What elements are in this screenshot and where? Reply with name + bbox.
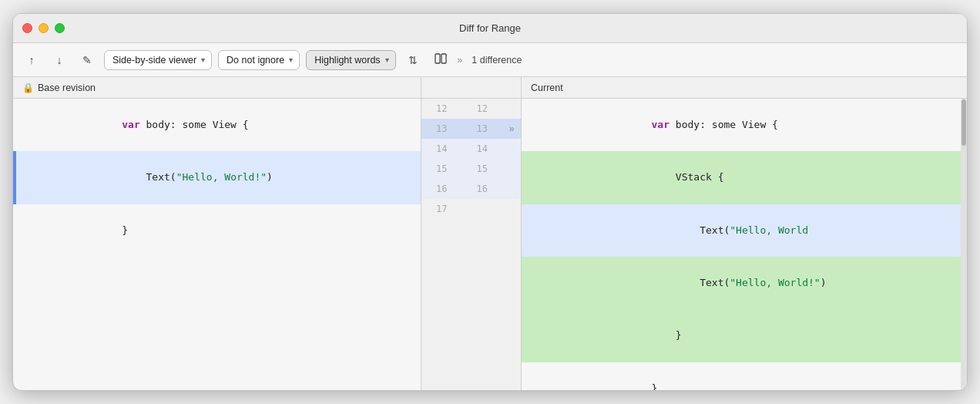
right-code-12: var body: some View {	[522, 99, 967, 151]
left-line-12: var body: some View {	[13, 99, 421, 151]
right-line-13: VStack {	[522, 151, 967, 204]
highlight-dropdown[interactable]: Highlight words ▾	[306, 50, 395, 70]
scrollbar-thumb[interactable]	[962, 99, 966, 146]
up-arrow-button[interactable]: ↑	[21, 51, 42, 69]
down-arrow-button[interactable]: ↓	[49, 51, 70, 69]
right-line-17: }	[522, 362, 967, 390]
left-line-14: }	[13, 204, 421, 257]
traffic-lights	[22, 23, 65, 33]
gutter-line-13: 13 13 »	[421, 119, 521, 139]
right-line-16: }	[522, 310, 967, 362]
left-panel-title: Base revision	[38, 82, 96, 93]
right-panel-code[interactable]: var body: some View { VStack {	[522, 99, 967, 390]
app-window: Diff for Range ↑ ↓ ✎ Side-by-side viewer…	[12, 13, 968, 391]
viewer-chevron-icon: ▾	[201, 56, 205, 64]
viewer-label: Side-by-side viewer	[112, 55, 196, 66]
gutter-right-13: 13	[462, 123, 503, 134]
viewer-dropdown[interactable]: Side-by-side viewer ▾	[104, 50, 212, 70]
collapse-icon: ⇅	[408, 54, 418, 66]
highlight-chevron-icon: ▾	[385, 56, 389, 64]
middle-gutter: 12 12 13 13 » 14 14 15	[421, 77, 522, 390]
right-panel: Current var body: some View {	[522, 77, 967, 390]
left-panel: 🔒 Base revision var body: some View { Te…	[13, 77, 421, 390]
gutter-left-15: 15	[421, 163, 462, 174]
diff-count: 1 difference	[472, 55, 522, 66]
gutter-right-15: 15	[462, 163, 503, 174]
right-panel-wrapper: var body: some View { VStack {	[522, 99, 967, 390]
left-code-12: var body: some View {	[16, 99, 421, 151]
titlebar: Diff for Range	[13, 14, 967, 43]
right-code-16: }	[522, 310, 967, 362]
window-title: Diff for Range	[459, 22, 521, 34]
lock-icon: 🔒	[22, 82, 34, 93]
columns-button[interactable]	[430, 51, 451, 69]
right-panel-title: Current	[531, 82, 563, 93]
close-button[interactable]	[22, 23, 32, 33]
right-panel-header: Current	[522, 77, 967, 99]
ignore-label: Do not ignore	[227, 55, 284, 66]
right-line-15: Text("Hello, World!")	[522, 257, 967, 309]
left-code-14: }	[16, 204, 421, 257]
maximize-button[interactable]	[55, 23, 65, 33]
collapse-button[interactable]: ⇅	[402, 51, 424, 69]
chevron-right-icon: »	[458, 55, 463, 66]
scrollbar-track[interactable]	[961, 99, 967, 390]
columns-icon	[435, 52, 447, 67]
gutter-line-14: 14 14	[421, 139, 521, 159]
gutter-line-16: 16 16	[421, 179, 521, 199]
left-code-13: Text("Hello, World!")	[16, 151, 421, 204]
gutter-line-12: 12 12	[421, 99, 521, 119]
right-code-14: Text("Hello, World	[522, 204, 967, 257]
gutter-left-17: 17	[421, 204, 462, 214]
svg-rect-1	[441, 54, 446, 63]
gutter-line-17: 17	[421, 199, 521, 219]
right-line-14: Text("Hello, World	[522, 204, 967, 257]
up-arrow-icon: ↑	[29, 54, 35, 66]
gutter-left-12: 12	[421, 103, 462, 114]
left-line-13: Text("Hello, World!")	[13, 151, 421, 204]
gutter-right-14: 14	[462, 143, 503, 154]
left-panel-header: 🔒 Base revision	[13, 77, 421, 99]
gutter-arrow-13: »	[502, 123, 521, 134]
right-code-15: Text("Hello, World!")	[522, 257, 967, 309]
gutter-lines: 12 12 13 13 » 14 14 15	[421, 99, 521, 390]
gutter-left-14: 14	[421, 143, 462, 154]
ignore-chevron-icon: ▾	[289, 56, 293, 64]
content-area: 🔒 Base revision var body: some View { Te…	[13, 77, 967, 390]
highlight-label: Highlight words	[314, 55, 380, 66]
gutter-left-16: 16	[421, 183, 462, 194]
edit-icon: ✎	[82, 54, 92, 66]
gutter-right-16: 16	[462, 183, 503, 194]
down-arrow-icon: ↓	[57, 54, 62, 66]
gutter-left-13: 13	[421, 123, 462, 134]
gutter-right-12: 12	[462, 103, 503, 114]
toolbar: ↑ ↓ ✎ Side-by-side viewer ▾ Do not ignor…	[13, 43, 967, 77]
svg-rect-0	[435, 54, 440, 63]
right-code-inner: var body: some View { VStack {	[522, 99, 967, 390]
right-code-17: }	[522, 362, 967, 390]
minimize-button[interactable]	[39, 23, 49, 33]
ignore-dropdown[interactable]: Do not ignore ▾	[218, 50, 300, 70]
right-code-13: VStack {	[522, 151, 967, 204]
left-panel-code[interactable]: var body: some View { Text("Hello, World…	[13, 99, 421, 390]
gutter-header	[421, 77, 521, 99]
right-line-12: var body: some View {	[522, 99, 967, 151]
edit-button[interactable]: ✎	[76, 51, 98, 69]
gutter-line-15: 15 15	[421, 159, 521, 179]
